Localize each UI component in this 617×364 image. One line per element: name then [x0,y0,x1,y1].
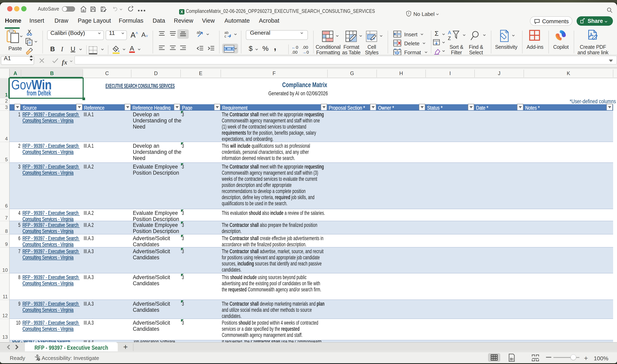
svg-text:ab: ab [224,31,229,35]
svg-text:A: A [448,30,451,35]
svg-text:c: c [224,34,226,38]
svg-text:Z: Z [448,36,451,41]
svg-text:?: ? [38,358,39,361]
